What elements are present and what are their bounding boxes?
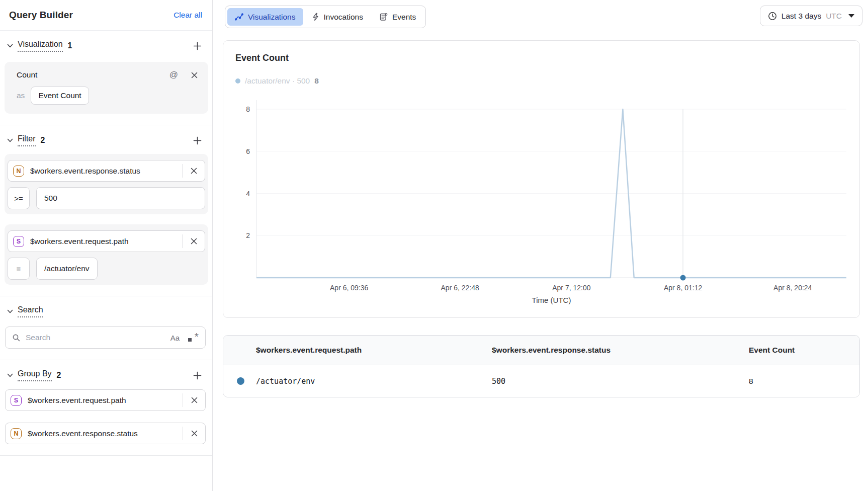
- chart-line-icon: [235, 13, 243, 21]
- add-filter-button[interactable]: [191, 134, 203, 146]
- filter-field-name: $workers.event.request.path: [30, 237, 129, 246]
- legend-dot: [235, 78, 240, 84]
- string-type-badge: S: [11, 395, 22, 406]
- time-range-label: Last 3 days: [782, 12, 821, 21]
- chart-title: Event Count: [235, 53, 847, 63]
- cell-path: /actuator/env: [256, 377, 492, 386]
- chevron-down-icon[interactable]: [6, 42, 14, 50]
- string-type-badge: S: [13, 236, 24, 247]
- group-by-field-chip[interactable]: N $workers.event.response.status: [5, 423, 206, 444]
- svg-text:Apr 8, 01:12: Apr 8, 01:12: [664, 284, 702, 292]
- chevron-down-icon[interactable]: [6, 371, 14, 379]
- as-label: as: [17, 91, 25, 100]
- tab-invocations[interactable]: Invocations: [304, 8, 371, 26]
- visualization-alias-input[interactable]: Event Count: [31, 87, 89, 105]
- caret-down-icon: [848, 14, 854, 18]
- table-header-row: $workers.event.request.path $workers.eve…: [223, 336, 859, 365]
- lightning-icon: [312, 13, 319, 21]
- query-builder-sidebar: Query Builder Clear all Visualization 1 …: [0, 0, 213, 491]
- filter-value-input[interactable]: /actuator/env: [36, 258, 98, 280]
- remove-filter-button[interactable]: [183, 231, 205, 252]
- column-header-event-count: Event Count: [749, 346, 859, 355]
- document-icon: [379, 13, 388, 21]
- filter-section-title: Filter: [18, 134, 36, 146]
- cell-status: 500: [492, 377, 749, 386]
- clock-icon: [768, 12, 777, 21]
- svg-text:Time (UTC): Time (UTC): [532, 296, 571, 304]
- add-visualization-button[interactable]: [191, 40, 203, 52]
- svg-text:Apr 8, 20:24: Apr 8, 20:24: [773, 284, 812, 292]
- search-section-title: Search: [18, 305, 43, 317]
- tab-label: Events: [392, 13, 416, 22]
- filter-value-input[interactable]: 500: [36, 187, 205, 209]
- search-section: Search Search Aa *: [0, 296, 212, 360]
- filter-row: N $workers.event.response.status >= 500: [5, 154, 208, 214]
- group-by-field-name: $workers.event.request.path: [28, 396, 126, 405]
- filter-operator-select[interactable]: >=: [8, 187, 30, 209]
- cell-event-count: 8: [749, 377, 859, 386]
- tab-events[interactable]: Events: [372, 8, 423, 26]
- svg-text:8: 8: [246, 105, 250, 113]
- results-table: $workers.event.request.path $workers.eve…: [223, 335, 860, 397]
- legend-series-label: /actuator/env · 500: [245, 76, 310, 86]
- main-panel: Visualizations Invocations Events: [213, 0, 868, 491]
- visualization-count: 1: [68, 41, 72, 50]
- chart-legend[interactable]: /actuator/env · 500 8: [235, 76, 847, 86]
- event-count-chart[interactable]: 2468Apr 6, 09:36Apr 6, 22:48Apr 7, 12:00…: [235, 97, 847, 305]
- add-group-by-button[interactable]: [191, 369, 203, 381]
- group-by-field-name: $workers.event.response.status: [28, 429, 138, 438]
- time-range-timezone: UTC: [826, 12, 842, 21]
- time-range-selector[interactable]: Last 3 days UTC: [760, 6, 862, 26]
- column-header-status: $workers.event.response.status: [492, 346, 749, 355]
- chevron-down-icon[interactable]: [6, 136, 14, 144]
- number-type-badge: N: [11, 428, 22, 439]
- view-tabs: Visualizations Invocations Events: [225, 6, 426, 28]
- filter-field-chip[interactable]: N $workers.event.response.status: [8, 160, 205, 182]
- event-count-chart-card: Event Count /actuator/env · 500 8 2468Ap…: [223, 40, 860, 318]
- filter-field-name: $workers.event.response.status: [30, 167, 140, 176]
- group-by-section-title: Group By: [18, 369, 52, 381]
- search-input[interactable]: Search Aa *: [5, 326, 206, 349]
- visualization-section: Visualization 1 Count @ as Event Count: [0, 31, 212, 125]
- tab-visualizations[interactable]: Visualizations: [227, 8, 303, 26]
- legend-series-value: 8: [314, 76, 319, 86]
- svg-text:6: 6: [246, 147, 250, 155]
- svg-text:Apr 7, 12:00: Apr 7, 12:00: [552, 284, 590, 292]
- svg-text:Apr 6, 09:36: Apr 6, 09:36: [330, 284, 368, 292]
- table-row[interactable]: /actuator/env 500 8: [223, 365, 859, 397]
- svg-text:Apr 6, 22:48: Apr 6, 22:48: [441, 284, 479, 292]
- svg-text:4: 4: [246, 190, 250, 198]
- filter-section: Filter 2 N $workers.event.response.statu…: [0, 125, 212, 296]
- search-placeholder: Search: [26, 333, 165, 342]
- chevron-down-icon[interactable]: [6, 307, 14, 315]
- case-sensitive-toggle[interactable]: Aa: [170, 334, 180, 342]
- visualization-function: Count: [17, 70, 37, 79]
- filter-operator-select[interactable]: =: [8, 258, 30, 280]
- group-by-count: 2: [57, 371, 61, 380]
- svg-text:2: 2: [246, 231, 250, 239]
- tab-label: Invocations: [324, 13, 363, 22]
- search-icon: [12, 334, 21, 342]
- remove-group-by-button[interactable]: [183, 390, 205, 411]
- tab-label: Visualizations: [248, 13, 296, 22]
- visualization-card: Count @ as Event Count: [5, 62, 208, 114]
- remove-visualization-button[interactable]: [189, 70, 199, 80]
- number-type-badge: N: [13, 166, 24, 177]
- clear-all-link[interactable]: Clear all: [173, 11, 202, 20]
- visualization-section-title: Visualization: [18, 40, 63, 52]
- filter-count: 2: [41, 136, 45, 145]
- group-by-field-chip[interactable]: S $workers.event.request.path: [5, 389, 206, 411]
- group-by-section: Group By 2 S $workers.event.request.path…: [0, 360, 212, 455]
- filter-row: S $workers.event.request.path = /actuato…: [5, 224, 208, 285]
- remove-group-by-button[interactable]: [183, 423, 205, 444]
- remove-filter-button[interactable]: [183, 160, 205, 181]
- filter-field-chip[interactable]: S $workers.event.request.path: [8, 230, 205, 252]
- regex-toggle-icon[interactable]: *: [188, 332, 199, 343]
- page-title: Query Builder: [9, 10, 73, 21]
- divider: [0, 455, 212, 456]
- top-bar: Visualizations Invocations Events: [213, 0, 868, 28]
- sidebar-header: Query Builder Clear all: [0, 0, 212, 31]
- at-icon[interactable]: @: [169, 70, 178, 80]
- column-header-path: $workers.event.request.path: [256, 346, 492, 355]
- series-color-dot: [237, 377, 244, 385]
